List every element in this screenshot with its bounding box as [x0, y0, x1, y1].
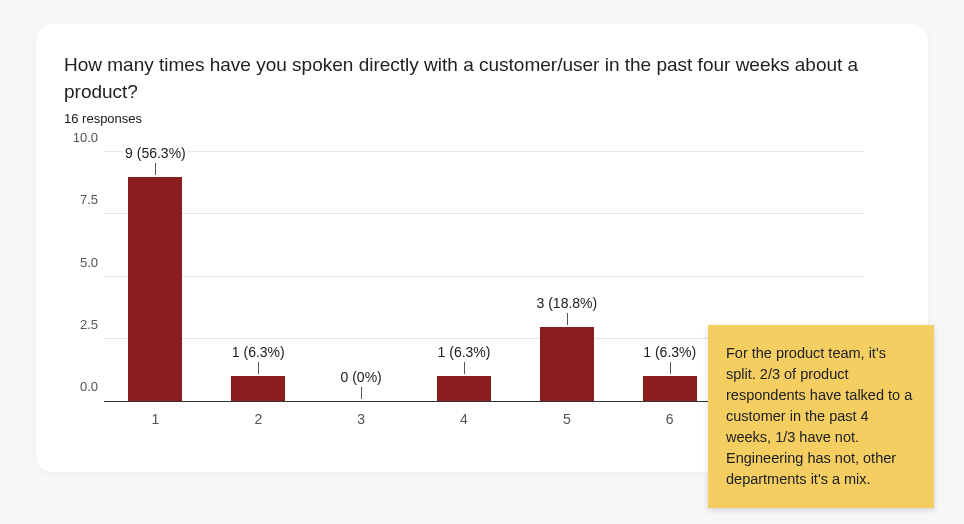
bar-label-6: 1 (6.3%): [641, 344, 698, 360]
bar-2: 1 (6.3%): [231, 376, 285, 401]
bar-col-6: 1 (6.3%) 6: [618, 152, 721, 401]
bar-col-5: 3 (18.8%) 5: [515, 152, 618, 401]
bar-label-4: 1 (6.3%): [436, 344, 493, 360]
bar-label-1: 9 (56.3%): [123, 145, 188, 161]
x-tick-6: 6: [666, 411, 674, 427]
bar-6: 1 (6.3%): [643, 376, 697, 401]
chart-card: How many times have you spoken directly …: [36, 24, 928, 472]
x-tick-1: 1: [152, 411, 160, 427]
chart-title: How many times have you spoken directly …: [64, 52, 884, 105]
bar-label-2: 1 (6.3%): [230, 344, 287, 360]
x-tick-4: 4: [460, 411, 468, 427]
y-tick-3: 7.5: [64, 192, 98, 207]
y-tick-1: 2.5: [64, 316, 98, 331]
bar-col-3: 0 (0%) 3: [310, 152, 413, 401]
x-tick-3: 3: [357, 411, 365, 427]
bar-col-4: 1 (6.3%) 4: [413, 152, 516, 401]
bar-label-3: 0 (0%): [339, 369, 384, 385]
bar-1: 9 (56.3%): [128, 177, 182, 401]
y-tick-0: 0.0: [64, 379, 98, 394]
bar-col-2: 1 (6.3%) 2: [207, 152, 310, 401]
bar-5: 3 (18.8%): [540, 327, 594, 402]
chart-subtitle: 16 responses: [64, 111, 900, 126]
x-tick-5: 5: [563, 411, 571, 427]
bar-4: 1 (6.3%): [437, 376, 491, 401]
y-tick-4: 10.0: [64, 130, 98, 145]
bar-label-5: 3 (18.8%): [535, 295, 600, 311]
y-tick-2: 5.0: [64, 254, 98, 269]
annotation-note: For the product team, it's split. 2/3 of…: [708, 325, 934, 508]
x-tick-2: 2: [254, 411, 262, 427]
bar-col-1: 9 (56.3%) 1: [104, 152, 207, 401]
